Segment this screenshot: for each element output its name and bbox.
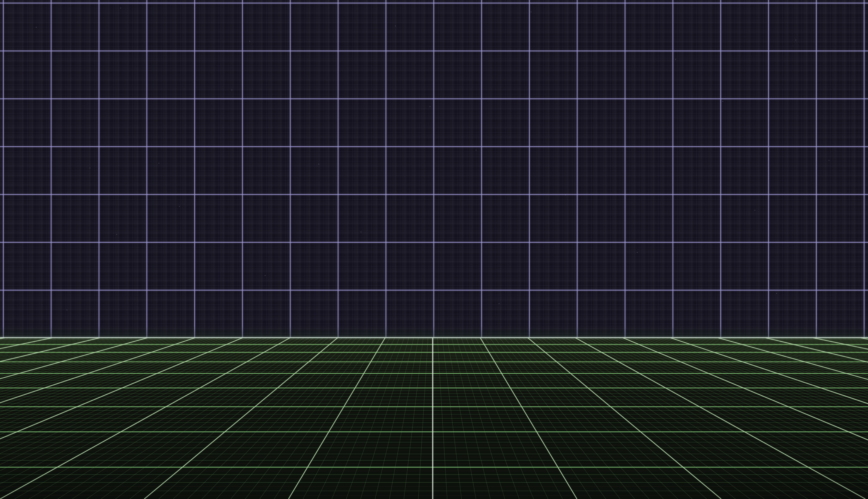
wall-speck	[265, 275, 265, 276]
wall-speck	[722, 101, 723, 102]
wall-speck	[116, 234, 117, 235]
wall-speck	[231, 89, 232, 90]
wall-speck	[637, 252, 638, 253]
wall-speck	[776, 293, 777, 294]
wall-speck	[795, 40, 796, 40]
wall-speck	[179, 206, 180, 207]
seam-light-bleed	[0, 326, 868, 338]
wall-speck	[249, 41, 250, 42]
synthwave-grid-room	[0, 0, 868, 499]
floor-grid-lines	[0, 338, 868, 499]
wall-speck	[476, 150, 476, 150]
wall-speck	[318, 164, 319, 165]
wall-speck	[829, 160, 829, 161]
wall-speck	[395, 26, 396, 26]
wall-speck	[430, 106, 430, 107]
wall-speck	[754, 210, 755, 211]
wall-speck	[565, 194, 566, 195]
wall-speck	[120, 8, 121, 9]
wall-speck	[66, 309, 67, 311]
wall-speck	[89, 168, 90, 168]
floor-perspective-grid	[0, 338, 868, 499]
wall-speck	[531, 12, 531, 12]
wall-floor-seam-line	[0, 337, 868, 338]
wall-speck	[499, 303, 500, 304]
wall-speck	[675, 59, 676, 60]
wall-speck	[36, 27, 37, 28]
back-wall-grid	[0, 0, 868, 338]
wall-speck	[361, 232, 361, 232]
wall-speck	[159, 163, 159, 163]
